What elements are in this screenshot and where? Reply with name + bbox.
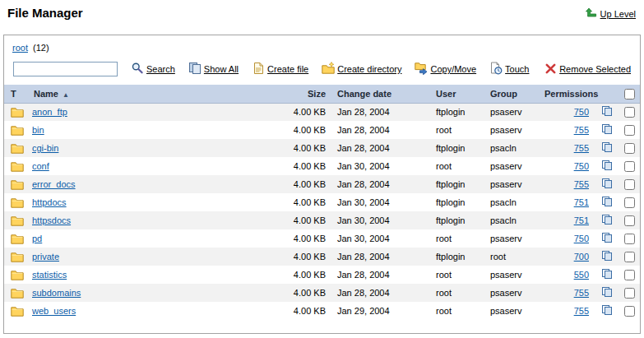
row-checkbox[interactable] (624, 125, 635, 136)
remove-selected-button[interactable]: Remove Selected (544, 63, 631, 76)
toolbar: Search Show All Create file Create direc… (4, 55, 640, 85)
file-action-cell (595, 121, 619, 139)
file-table-body: anon_ftp 4.00 KB Jan 28, 2004 ftplogin p… (4, 103, 640, 320)
permissions-link[interactable]: 750 (574, 161, 589, 171)
show-all-label: Show All (204, 64, 239, 74)
copy-icon[interactable] (601, 178, 613, 189)
file-user: root (433, 266, 487, 284)
show-all-button[interactable]: Show All (188, 62, 239, 76)
permissions-link[interactable]: 755 (574, 143, 589, 153)
column-header-actions (595, 85, 619, 103)
copy-icon[interactable] (601, 304, 613, 316)
copy-icon[interactable] (601, 196, 613, 207)
permissions-link[interactable]: 751 (574, 215, 589, 225)
breadcrumb: root (12) (4, 35, 640, 55)
row-checkbox[interactable] (624, 270, 635, 280)
folder-icon (11, 288, 25, 299)
file-size: 4.00 KB (262, 193, 334, 211)
file-user: root (433, 284, 487, 302)
table-row: pd 4.00 KB Jan 30, 2004 root psaserv 750 (4, 229, 640, 248)
permissions-link[interactable]: 755 (574, 179, 589, 189)
file-select-cell (619, 211, 640, 229)
copy-icon[interactable] (601, 141, 613, 153)
file-name-link[interactable]: conf (32, 161, 49, 171)
search-button[interactable]: Search (131, 62, 175, 76)
permissions-link[interactable]: 755 (574, 306, 589, 316)
permissions-link[interactable]: 755 (574, 288, 589, 298)
table-row: web_users 4.00 KB Jan 29, 2004 root psas… (4, 302, 640, 320)
copy-icon[interactable] (601, 232, 613, 243)
create-file-icon (252, 62, 265, 76)
file-name-link[interactable]: httpsdocs (32, 215, 71, 225)
file-type-cell (4, 248, 29, 266)
touch-button[interactable]: Touch (489, 62, 529, 76)
permissions-link[interactable]: 750 (574, 234, 589, 243)
table-row: error_docs 4.00 KB Jan 28, 2004 ftplogin… (4, 175, 640, 193)
file-size: 4.00 KB (262, 266, 334, 284)
permissions-link[interactable]: 755 (574, 125, 589, 135)
file-select-cell (619, 284, 640, 302)
permissions-link[interactable]: 700 (574, 252, 589, 262)
copy-move-button[interactable]: Copy/Move (415, 62, 476, 76)
file-name-link[interactable]: anon_ftp (32, 107, 67, 117)
row-checkbox[interactable] (624, 107, 635, 118)
row-checkbox[interactable] (624, 161, 635, 172)
file-name-link[interactable]: httpdocs (32, 197, 67, 207)
file-size: 4.00 KB (262, 302, 334, 320)
file-name-link[interactable]: subdomains (32, 288, 81, 298)
permissions-link[interactable]: 750 (574, 107, 589, 117)
file-change-date: Jan 29, 2004 (334, 302, 433, 320)
file-group: root (487, 248, 541, 266)
up-level-link[interactable]: Up Level (586, 7, 636, 21)
file-size: 4.00 KB (262, 121, 334, 139)
row-checkbox[interactable] (624, 306, 635, 317)
folder-icon (11, 306, 25, 317)
file-name-link[interactable]: bin (32, 125, 44, 135)
file-size: 4.00 KB (262, 229, 334, 248)
folder-icon (11, 125, 25, 136)
file-name-link[interactable]: statistics (32, 270, 67, 280)
search-input[interactable] (13, 62, 118, 76)
row-checkbox[interactable] (624, 197, 635, 208)
permissions-link[interactable]: 550 (574, 270, 589, 280)
copy-icon[interactable] (601, 286, 613, 298)
file-name-link[interactable]: error_docs (32, 179, 76, 189)
copy-icon[interactable] (601, 250, 613, 262)
file-user: ftplogin (433, 211, 487, 229)
folder-icon (11, 107, 25, 118)
file-change-date: Jan 28, 2004 (334, 266, 433, 284)
copy-icon[interactable] (601, 105, 613, 117)
file-type-cell (4, 175, 29, 193)
file-name-link[interactable]: cgi-bin (32, 143, 58, 153)
copy-icon[interactable] (601, 160, 613, 171)
file-type-cell (4, 157, 29, 175)
file-action-cell (595, 229, 619, 248)
copy-icon[interactable] (601, 214, 613, 225)
create-directory-button[interactable]: Create directory (322, 62, 401, 76)
file-group: psaserv (487, 229, 541, 248)
file-name-link[interactable]: pd (32, 234, 42, 243)
copy-icon[interactable] (601, 268, 613, 280)
file-select-cell (619, 157, 640, 175)
file-group: psacln (487, 139, 541, 157)
column-header-name-label: Name (34, 89, 58, 99)
row-checkbox[interactable] (624, 215, 635, 226)
select-all-checkbox[interactable] (624, 89, 635, 100)
file-size: 4.00 KB (262, 139, 334, 157)
file-name-link[interactable]: private (32, 252, 59, 262)
file-name-link[interactable]: web_users (32, 306, 76, 316)
row-checkbox[interactable] (624, 179, 635, 190)
file-size: 4.00 KB (262, 284, 334, 302)
row-checkbox[interactable] (624, 288, 635, 299)
copy-move-label: Copy/Move (430, 64, 476, 74)
file-manager-panel: root (12) Search Show All Create file Cr… (3, 35, 641, 334)
row-checkbox[interactable] (624, 234, 635, 244)
root-link[interactable]: root (12, 43, 28, 53)
column-header-type: T (4, 85, 29, 103)
create-file-button[interactable]: Create file (252, 62, 308, 76)
copy-move-icon (415, 62, 428, 76)
row-checkbox[interactable] (624, 143, 635, 154)
permissions-link[interactable]: 751 (574, 197, 589, 207)
row-checkbox[interactable] (624, 252, 635, 262)
copy-icon[interactable] (601, 123, 613, 135)
